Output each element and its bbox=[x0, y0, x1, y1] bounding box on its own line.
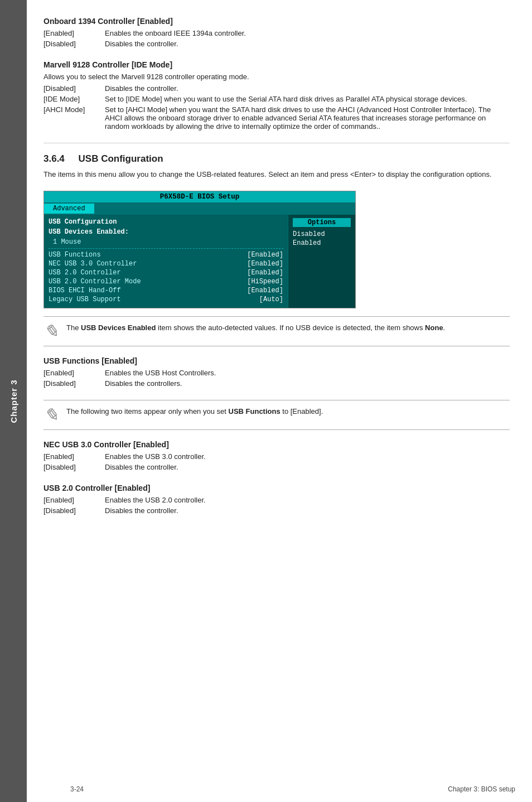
marvell9128-list: [Disabled] Disables the controller. [IDE… bbox=[43, 84, 510, 131]
section-divider bbox=[43, 143, 510, 143]
note2-text-before: The following two items appear only when… bbox=[66, 407, 229, 416]
desc-row: [Enabled] Enables the USB 3.0 controller… bbox=[43, 452, 510, 461]
bios-option-item: Disabled bbox=[293, 230, 351, 238]
section-364-title: USB Configuration bbox=[79, 153, 163, 164]
desc-val: Enables the USB 2.0 controller. bbox=[105, 496, 510, 504]
section-onboard1394: Onboard 1394 Controller [Enabled] [Enabl… bbox=[43, 17, 510, 48]
bios-menu-item: USB Configuration bbox=[49, 218, 283, 226]
note1-text-after: . bbox=[443, 323, 446, 332]
marvell9128-title: Marvell 9128 Controller [IDE Mode] bbox=[43, 60, 510, 69]
bios-tab-row: Advanced bbox=[44, 202, 355, 215]
desc-val: Enables the USB Host Controllers. bbox=[105, 369, 510, 377]
usb-functions-list: [Enabled] Enables the USB Host Controlle… bbox=[43, 369, 510, 388]
section-364-intro: The items in this menu allow you to chan… bbox=[43, 170, 510, 178]
desc-row: [AHCI Mode] Set to [AHCI Mode] when you … bbox=[43, 105, 510, 131]
desc-row: [IDE Mode] Set to [IDE Mode] when you wa… bbox=[43, 95, 510, 103]
bios-row: USB 2.0 Controller [Enabled] bbox=[49, 269, 283, 277]
bios-row-key: BIOS EHCI Hand-Off bbox=[49, 287, 121, 294]
page-footer: 3-24 Chapter 3: BIOS setup bbox=[54, 785, 532, 793]
note2-box: ✎ The following two items appear only wh… bbox=[43, 400, 510, 430]
note1-text: The USB Devices Enabled item shows the a… bbox=[66, 322, 445, 334]
note2-icon: ✎ bbox=[43, 406, 59, 424]
section-nec-usb30: NEC USB 3.0 Controller [Enabled] [Enable… bbox=[43, 440, 510, 471]
desc-row: [Disabled] Disables the controllers. bbox=[43, 379, 510, 388]
desc-key: [Enabled] bbox=[43, 29, 105, 37]
desc-key: [Disabled] bbox=[43, 40, 105, 48]
desc-val: Enables the USB 3.0 controller. bbox=[105, 452, 510, 461]
note1-bold1: USB Devices Enabled bbox=[81, 323, 156, 332]
bios-devices-label: USB Devices Enabled: bbox=[49, 228, 283, 236]
desc-key: [Enabled] bbox=[43, 369, 105, 377]
section-marvell9128: Marvell 9128 Controller [IDE Mode] Allow… bbox=[43, 60, 510, 131]
bios-right-panel: Options Disabled Enabled bbox=[288, 215, 355, 308]
bios-divider bbox=[49, 248, 283, 249]
bios-row: Legacy USB Support [Auto] bbox=[49, 296, 283, 303]
nec-usb30-title: NEC USB 3.0 Controller [Enabled] bbox=[43, 440, 510, 449]
desc-key: [AHCI Mode] bbox=[43, 105, 105, 114]
desc-key: [Disabled] bbox=[43, 506, 105, 515]
bios-row-val: [Enabled] bbox=[247, 269, 283, 277]
section-364: 3.6.4 USB Configuration The items in thi… bbox=[43, 153, 510, 178]
bios-row-val: [HiSpeed] bbox=[247, 278, 283, 286]
note2-bold1: USB Functions bbox=[229, 407, 280, 416]
note1-text-before: The bbox=[66, 323, 81, 332]
note1-text-mid: item shows the auto-detected values. If … bbox=[156, 323, 425, 332]
usb20-controller-title: USB 2.0 Controller [Enabled] bbox=[43, 484, 510, 492]
bios-devices-sub: 1 Mouse bbox=[49, 238, 283, 246]
nec-usb30-list: [Enabled] Enables the USB 3.0 controller… bbox=[43, 452, 510, 471]
main-content: Onboard 1394 Controller [Enabled] [Enabl… bbox=[27, 0, 532, 802]
marvell9128-intro: Allows you to select the Marvell 9128 co… bbox=[43, 73, 510, 81]
desc-row: [Disabled] Disables the controller. bbox=[43, 40, 510, 48]
bios-tab-advanced[interactable]: Advanced bbox=[44, 204, 94, 214]
bios-row-val: [Enabled] bbox=[247, 251, 283, 259]
sidebar: Chapter 3 bbox=[0, 0, 27, 802]
desc-val: Set to [AHCI Mode] when you want the SAT… bbox=[105, 105, 510, 131]
bios-row-val: [Auto] bbox=[259, 296, 283, 303]
bios-row: USB Functions [Enabled] bbox=[49, 251, 283, 259]
desc-row: [Disabled] Disables the controller. bbox=[43, 84, 510, 93]
bios-header-title: P6X58D-E BIOS Setup bbox=[44, 191, 355, 202]
section-usb-functions: USB Functions [Enabled] [Enabled] Enable… bbox=[43, 356, 510, 388]
section-364-number: 3.6.4 bbox=[43, 153, 65, 164]
note1-box: ✎ The USB Devices Enabled item shows the… bbox=[43, 316, 510, 346]
desc-row: [Disabled] Disables the controller. bbox=[43, 463, 510, 471]
bios-left-panel: USB Configuration USB Devices Enabled: 1… bbox=[44, 215, 288, 308]
note1-bold2: None bbox=[425, 323, 443, 332]
desc-row: [Disabled] Disables the controller. bbox=[43, 506, 510, 515]
desc-row: [Enabled] Enables the USB Host Controlle… bbox=[43, 369, 510, 377]
desc-val: Disables the controller. bbox=[105, 463, 510, 471]
desc-key: [Disabled] bbox=[43, 379, 105, 388]
onboard1394-list: [Enabled] Enables the onboard IEEE 1394a… bbox=[43, 29, 510, 48]
bios-row-key: Legacy USB Support bbox=[49, 296, 121, 303]
bios-row: NEC USB 3.0 Controller [Enabled] bbox=[49, 260, 283, 268]
footer-left: 3-24 bbox=[70, 785, 84, 793]
bios-row-key: NEC USB 3.0 Controller bbox=[49, 260, 137, 268]
section-usb20-controller: USB 2.0 Controller [Enabled] [Enabled] E… bbox=[43, 484, 510, 515]
bios-option-item: Enabled bbox=[293, 239, 351, 247]
desc-val: Disables the controller. bbox=[105, 40, 510, 48]
desc-val: Enables the onboard IEEE 1394a controlle… bbox=[105, 29, 510, 37]
bios-row: BIOS EHCI Hand-Off [Enabled] bbox=[49, 287, 283, 294]
desc-val: Set to [IDE Mode] when you want to use t… bbox=[105, 95, 510, 103]
desc-row: [Enabled] Enables the USB 2.0 controller… bbox=[43, 496, 510, 504]
footer-right: Chapter 3: BIOS setup bbox=[448, 785, 515, 793]
desc-key: [Disabled] bbox=[43, 463, 105, 471]
desc-key: [IDE Mode] bbox=[43, 95, 105, 103]
desc-key: [Disabled] bbox=[43, 84, 105, 93]
desc-key: [Enabled] bbox=[43, 496, 105, 504]
bios-row-val: [Enabled] bbox=[247, 260, 283, 268]
bios-row-key: USB 2.0 Controller Mode bbox=[49, 278, 141, 286]
bios-row-key: USB 2.0 Controller bbox=[49, 269, 121, 277]
bios-screen: P6X58D-E BIOS Setup Advanced USB Configu… bbox=[43, 191, 356, 308]
bios-row: USB 2.0 Controller Mode [HiSpeed] bbox=[49, 278, 283, 286]
usb-functions-title: USB Functions [Enabled] bbox=[43, 356, 510, 365]
bios-body: USB Configuration USB Devices Enabled: 1… bbox=[44, 215, 355, 308]
bios-row-val: [Enabled] bbox=[247, 287, 283, 294]
note2-text: The following two items appear only when… bbox=[66, 406, 323, 417]
desc-val: Disables the controller. bbox=[105, 506, 510, 515]
bios-row-key: USB Functions bbox=[49, 251, 101, 259]
note1-icon: ✎ bbox=[43, 322, 59, 340]
usb20-controller-list: [Enabled] Enables the USB 2.0 controller… bbox=[43, 496, 510, 515]
sidebar-chapter-label: Chapter 3 bbox=[9, 379, 18, 423]
desc-row: [Enabled] Enables the onboard IEEE 1394a… bbox=[43, 29, 510, 37]
